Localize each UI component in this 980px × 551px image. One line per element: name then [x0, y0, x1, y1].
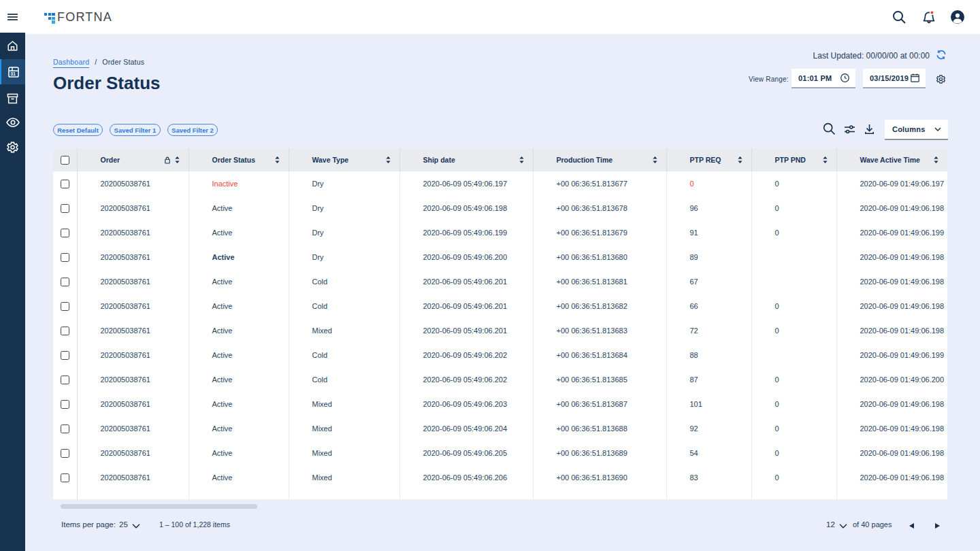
- svg-text:31: 31: [10, 71, 16, 76]
